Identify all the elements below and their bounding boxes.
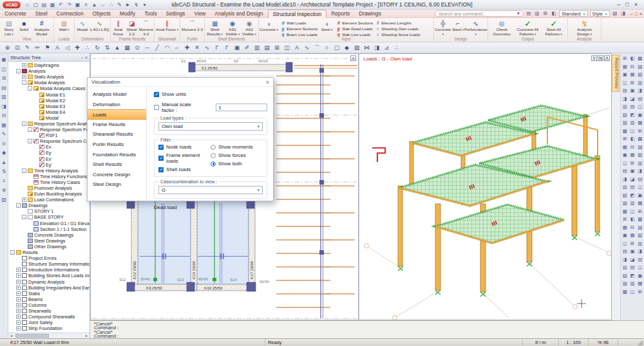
tool-icon[interactable]: ▨ xyxy=(621,200,628,206)
tree-item[interactable]: - Analysis xyxy=(8,68,90,74)
tree-item[interactable]: Ex' xyxy=(8,156,90,162)
measure-icon[interactable]: ↔ xyxy=(99,1,106,8)
tool-icon[interactable]: ▤ xyxy=(637,176,643,183)
tool-icon[interactable]: ◪ xyxy=(629,257,636,263)
tree-item[interactable]: Other Drawings xyxy=(8,244,90,250)
properties-icon[interactable]: ▣ xyxy=(1,56,8,63)
ribbon-button[interactable]: Shell Results xyxy=(205,19,224,36)
tool-icon[interactable]: ▧ xyxy=(621,273,628,279)
tool-icon[interactable]: ▥ xyxy=(637,80,643,86)
zoom-in-icon[interactable]: ⊕ xyxy=(3,44,12,52)
tool-icon[interactable]: ◪ xyxy=(629,96,636,102)
draw-icon[interactable]: ✏ xyxy=(33,44,42,52)
scroll-left-icon[interactable]: ◂ xyxy=(8,333,14,338)
tree-item[interactable]: Ey' xyxy=(8,162,90,168)
ribbon-button[interactable]: Wall xyxy=(57,19,71,36)
tool-icon[interactable]: ◧ xyxy=(629,136,636,142)
tree-item[interactable]: - BASE STORY xyxy=(8,214,90,220)
concrete-input-button[interactable]: Concrete xyxy=(260,19,278,36)
tool-icon[interactable]: ▩ xyxy=(621,128,628,134)
tree-item[interactable]: - Modal Analysis Cases xyxy=(8,86,90,91)
panel-icon[interactable]: ◫ xyxy=(283,44,291,52)
steel-input-button[interactable]: Steel xyxy=(320,19,334,36)
tool-icon[interactable]: ▧ xyxy=(637,71,643,78)
tree-item[interactable]: + Columns xyxy=(8,302,90,308)
zoom-window-icon[interactable]: ⊡ xyxy=(14,44,22,52)
pin-icon[interactable]: ▫ xyxy=(81,55,82,60)
ribbon-button[interactable]: Shear 2-2 xyxy=(125,19,138,36)
ribbon-button[interactable]: Solid xyxy=(17,19,31,36)
tree-item[interactable]: + Introduction Informations xyxy=(8,267,90,273)
target-icon[interactable]: ⊙ xyxy=(133,44,142,52)
tree-item[interactable]: Section 1 / 1-1 Section xyxy=(8,226,90,232)
dialog-nav-item[interactable]: Deformation xyxy=(88,100,146,110)
dialog-nav-item[interactable]: Foundation Results xyxy=(88,150,146,160)
tree-expander[interactable]: + xyxy=(22,75,26,79)
tool-icon[interactable]: ▧ xyxy=(621,192,628,199)
ribbon-button[interactable]: Steel xyxy=(451,19,464,36)
tree-horizontal-scrollbar[interactable]: ◂ ▸ xyxy=(8,332,90,338)
manual-scale-input[interactable]: 1 xyxy=(216,104,267,111)
tool-icon[interactable]: ⊟ xyxy=(629,144,636,150)
section-icon[interactable]: ◨ xyxy=(1,103,8,110)
tool-icon[interactable]: ▤ xyxy=(621,248,628,255)
view-toggle-n[interactable]: N xyxy=(598,55,603,61)
new-file-icon[interactable]: ▢ xyxy=(32,1,39,8)
case-select[interactable]: G ▾ xyxy=(158,186,263,194)
lightning-icon[interactable]: ↯ xyxy=(133,1,140,8)
list-icon[interactable]: ≡ xyxy=(1,178,8,185)
ribbon-tab[interactable]: Objects xyxy=(88,10,115,18)
collapse-icon[interactable]: ⊟ xyxy=(1,112,8,119)
filter-radio[interactable] xyxy=(211,161,216,167)
dialog-nav-item[interactable]: Frame Results xyxy=(88,120,146,130)
tool-icon[interactable]: ◩ xyxy=(629,273,636,279)
spline-icon[interactable]: ∿ xyxy=(203,44,211,52)
tool-icon[interactable]: ⊞ xyxy=(621,216,628,223)
tree-expander[interactable]: + xyxy=(16,286,21,290)
scrollbar-thumb[interactable] xyxy=(15,334,49,338)
filter-radio[interactable] xyxy=(211,145,216,150)
ribbon-small-button[interactable]: g Slab Dead Loads xyxy=(336,26,373,31)
filter-radio[interactable] xyxy=(211,153,216,158)
tree-item[interactable]: Euler Buckling Analysis xyxy=(8,191,90,197)
tree-item[interactable]: - Response Spectrum Analysis xyxy=(8,121,90,127)
mdi-minimize-button[interactable]: – xyxy=(630,12,633,16)
tool-icon[interactable]: ▣ xyxy=(629,168,636,174)
ribbon-tab[interactable]: Connection xyxy=(52,10,88,18)
tool-icon[interactable]: ◫ xyxy=(629,128,636,134)
objects-icon[interactable]: ◆ xyxy=(1,149,8,156)
edit-icon[interactable]: ✎ xyxy=(116,1,123,8)
undo-icon[interactable]: ↶ xyxy=(57,1,64,8)
tree-item[interactable]: Modal E2 xyxy=(8,98,90,104)
tree-item[interactable]: Modal' xyxy=(8,115,90,121)
tool-icon[interactable]: ◫ xyxy=(621,241,628,247)
triangle-icon[interactable]: ⊿ xyxy=(383,44,391,52)
model-3d-viewport[interactable]: Loads : G - Own load Y N Λ xyxy=(359,53,612,320)
arc2-icon[interactable]: ⌒ xyxy=(313,44,321,52)
load-types-select[interactable]: Own load ▾ xyxy=(158,122,263,131)
ribbon-tab[interactable]: Tools xyxy=(140,10,161,18)
ribbon-button[interactable]: Axial Force xyxy=(156,19,178,36)
add-icon[interactable]: ⊕ xyxy=(1,187,8,194)
tree-expander[interactable]: + xyxy=(16,297,21,302)
tree-expander[interactable]: + xyxy=(16,314,21,319)
tool-icon[interactable]: ▣ xyxy=(637,273,643,279)
tree-expander[interactable]: - xyxy=(16,69,21,73)
tool-icon[interactable]: ▤ xyxy=(621,87,628,94)
tool-icon[interactable]: ▨ xyxy=(637,64,643,70)
tool-icon[interactable]: ⊞ xyxy=(621,55,628,62)
ribbon-button[interactable]: 1.4G+1.6Q xyxy=(90,19,109,36)
tool-icon[interactable]: ▩ xyxy=(621,208,628,215)
dialog-title-bar[interactable]: Visualization × xyxy=(88,78,273,87)
ribbon-tab[interactable]: Settings xyxy=(162,10,190,18)
edit-icon[interactable]: ✎ xyxy=(23,44,32,52)
pen-icon[interactable]: ✐ xyxy=(243,44,251,52)
tool-icon[interactable]: ⊟ xyxy=(629,64,636,70)
tool-icon[interactable]: ▥ xyxy=(629,200,636,206)
tool-icon[interactable]: ▦ xyxy=(637,120,643,126)
tree-item[interactable]: + Slabs xyxy=(8,291,90,296)
up-icon[interactable]: ▲ xyxy=(1,159,8,166)
command-window[interactable]: *Cancel* Command : *Cancel* Command : xyxy=(90,320,644,338)
report-preview-tab[interactable]: Report Preview xyxy=(612,55,620,92)
ribbon-button[interactable]: Axial Force xyxy=(111,19,125,36)
